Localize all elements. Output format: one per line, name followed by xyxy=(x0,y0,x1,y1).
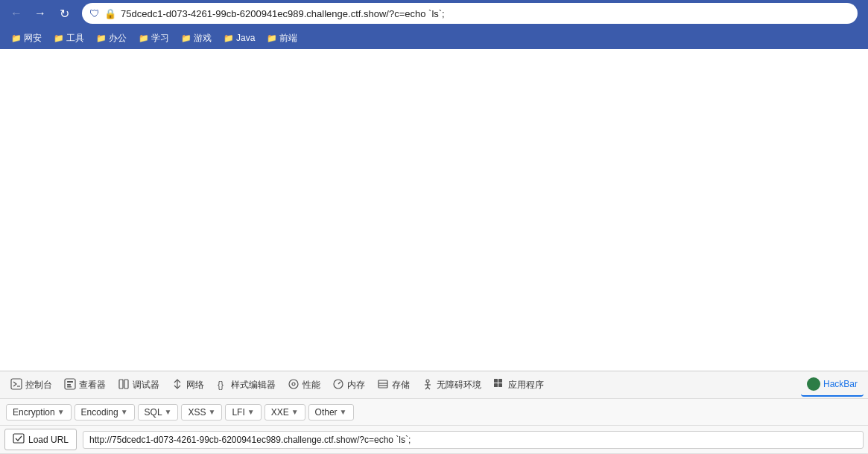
sql-label: SQL xyxy=(145,407,162,418)
devtools-label: 无障碍环境 xyxy=(437,379,481,391)
encryption-dropdown[interactable]: Encryption ▼ xyxy=(6,404,72,421)
memory-icon xyxy=(332,378,344,392)
bookmark-games[interactable]: 📁 游戏 xyxy=(176,30,217,47)
load-icon xyxy=(13,432,25,447)
devtools-label: 内存 xyxy=(347,379,365,391)
lock-icon: 🔒 xyxy=(104,8,116,19)
devtools-bar: 控制台 查看器 调试器 网络 {} 样式编辑器 性能 内存 xyxy=(0,371,868,399)
accessibility-icon xyxy=(422,378,434,392)
devtools-label: 网络 xyxy=(186,379,204,391)
console-icon xyxy=(10,378,22,392)
devtools-label: 调试器 xyxy=(133,379,159,391)
refresh-button[interactable]: ↻ xyxy=(54,3,75,24)
performance-icon xyxy=(288,378,300,392)
devtools-item-accessibility[interactable]: 无障碍环境 xyxy=(416,374,487,397)
bookmark-label: 工具 xyxy=(66,32,84,45)
folder-icon: 📁 xyxy=(139,33,149,43)
svg-line-20 xyxy=(425,387,428,389)
address-bar[interactable]: 🛡 🔒 75dcedc1-d073-4261-99cb-6200941ec989… xyxy=(82,3,858,24)
bookmark-office[interactable]: 📁 办公 xyxy=(91,30,132,47)
address-text: 75dcedc1-d073-4261-99cb-6200941ec989.cha… xyxy=(121,8,445,19)
devtools-label: 存储 xyxy=(392,379,410,391)
svg-rect-26 xyxy=(13,434,24,443)
devtools-item-network[interactable]: 网络 xyxy=(165,374,210,397)
devtools-item-debugger[interactable]: 调试器 xyxy=(112,374,165,397)
svg-rect-14 xyxy=(378,380,387,388)
svg-line-13 xyxy=(338,382,340,384)
style-editor-icon: {} xyxy=(216,378,228,392)
folder-icon: 📁 xyxy=(181,33,191,43)
load-url-label: Load URL xyxy=(28,435,69,445)
devtools-item-memory[interactable]: 内存 xyxy=(326,374,371,397)
sql-dropdown[interactable]: SQL ▼ xyxy=(138,404,179,421)
svg-rect-23 xyxy=(498,379,502,383)
devtools-label: 样式编辑器 xyxy=(231,379,276,391)
svg-rect-3 xyxy=(67,381,73,383)
xss-label: XSS xyxy=(188,407,206,418)
lfi-arrow-icon: ▼ xyxy=(247,408,255,416)
svg-rect-25 xyxy=(498,383,502,387)
bookmark-label: 前端 xyxy=(279,32,297,45)
folder-icon: 📁 xyxy=(96,33,107,43)
devtools-item-console[interactable]: 控制台 xyxy=(4,374,58,397)
bookmark-frontend[interactable]: 📁 前端 xyxy=(262,30,302,47)
bookmark-label: 游戏 xyxy=(194,32,212,45)
bookmark-java[interactable]: 📁 Java xyxy=(218,31,260,45)
bookmark-label: 学习 xyxy=(151,32,169,45)
bookmark-label: 网安 xyxy=(24,32,42,45)
xxe-dropdown[interactable]: XXE ▼ xyxy=(264,404,305,421)
shield-icon: 🛡 xyxy=(89,7,100,19)
forward-button[interactable]: → xyxy=(30,3,51,24)
storage-icon xyxy=(377,378,389,392)
folder-icon: 📁 xyxy=(267,33,277,43)
xxe-label: XXE xyxy=(271,407,289,418)
devtools-label: 性能 xyxy=(302,379,320,391)
devtools-item-application[interactable]: 应用程序 xyxy=(487,374,550,397)
other-label: Other xyxy=(315,407,338,418)
devtools-item-storage[interactable]: 存储 xyxy=(371,374,416,397)
hackbar-url-row: Load URL xyxy=(0,426,868,454)
encoding-label: Encoding xyxy=(81,407,118,418)
encoding-arrow-icon: ▼ xyxy=(121,408,128,416)
svg-rect-22 xyxy=(494,379,498,383)
other-arrow-icon: ▼ xyxy=(340,408,347,416)
svg-point-11 xyxy=(292,383,295,386)
application-icon xyxy=(493,378,505,392)
svg-line-21 xyxy=(428,387,430,389)
bookmark-tools[interactable]: 📁 工具 xyxy=(48,30,89,47)
svg-rect-5 xyxy=(67,386,72,388)
encoding-dropdown[interactable]: Encoding ▼ xyxy=(75,404,135,421)
svg-rect-24 xyxy=(494,383,498,387)
lfi-dropdown[interactable]: LFI ▼ xyxy=(225,404,261,421)
svg-rect-7 xyxy=(124,380,128,389)
folder-icon: 📁 xyxy=(224,33,234,43)
bookmark-label: 办公 xyxy=(109,32,127,45)
bookmark-wangan[interactable]: 📁 网安 xyxy=(6,30,47,47)
back-button[interactable]: ← xyxy=(6,3,27,24)
encryption-label: Encryption xyxy=(13,407,55,418)
devtools-item-inspector[interactable]: 查看器 xyxy=(58,374,112,397)
devtools-label: 查看器 xyxy=(79,379,106,391)
inspector-icon xyxy=(64,378,76,392)
hackbar-label: HackBar xyxy=(823,379,858,389)
hackbar-circle-icon xyxy=(807,377,820,391)
svg-rect-6 xyxy=(119,380,123,389)
svg-point-17 xyxy=(426,380,429,383)
lfi-label: LFI xyxy=(232,407,244,418)
xss-dropdown[interactable]: XSS ▼ xyxy=(181,404,222,421)
devtools-item-hackbar[interactable]: HackBar xyxy=(801,373,864,397)
folder-icon: 📁 xyxy=(11,33,22,43)
svg-point-10 xyxy=(289,380,298,389)
url-input[interactable] xyxy=(83,431,864,449)
bookmark-label: Java xyxy=(236,33,255,43)
browser-titlebar: ← → ↻ 🛡 🔒 75dcedc1-d073-4261-99cb-620094… xyxy=(0,0,868,27)
other-dropdown[interactable]: Other ▼ xyxy=(308,404,354,421)
xss-arrow-icon: ▼ xyxy=(209,408,216,416)
devtools-label: 控制台 xyxy=(25,379,52,391)
svg-text:{}: {} xyxy=(218,380,224,390)
bookmark-study[interactable]: 📁 学习 xyxy=(133,30,174,47)
devtools-item-performance[interactable]: 性能 xyxy=(282,374,326,397)
devtools-item-style-editor[interactable]: {} 样式编辑器 xyxy=(210,374,282,397)
load-url-button[interactable]: Load URL xyxy=(4,429,77,450)
svg-rect-4 xyxy=(67,384,71,386)
